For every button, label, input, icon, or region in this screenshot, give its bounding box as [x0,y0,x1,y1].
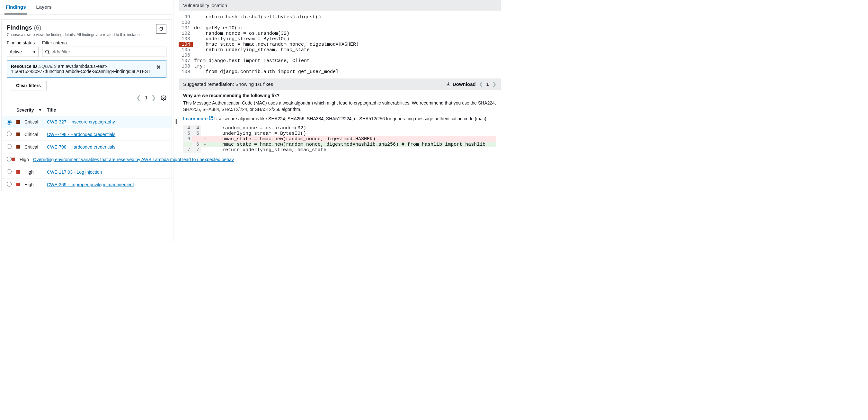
severity-label: Critical [24,132,38,137]
sort-icon: ▼ [38,108,42,112]
vulnerability-header: Vulnerability location [179,0,501,10]
severity-cell: Critical [17,132,43,137]
code-text: underlying_stream = BytesIO() [193,36,289,42]
code-line: 109 from django.contrib.auth import get_… [179,69,501,75]
finding-title-link[interactable]: CWE-269 - Improper privilege management [47,182,134,187]
svg-point-0 [45,50,49,53]
code-line: 99 return hashlib.sha1(self.bytes).diges… [179,15,501,20]
panel-title-text: Findings [7,24,32,31]
filter-label: Filter criteria [42,40,166,45]
finding-title-link[interactable]: CWE-798 - Hardcoded credentials [47,144,115,149]
severity-cell: High [11,157,29,162]
diff-line: 44 random_nonce = os.urandom(32) [183,125,496,131]
refresh-button[interactable] [156,24,166,34]
findings-panel: Findings (6) Choose a row to view the fi… [1,19,172,191]
svg-line-1 [48,53,50,54]
row-radio[interactable] [7,169,11,174]
chip-label: Resource ID [11,64,37,69]
diff-viewer: 44 random_nonce = os.urandom(32)55 under… [183,125,496,153]
diff-code: hmac_state = hmac.new(random_nonce, dige… [209,142,496,147]
diff-code: underlying_stream = BytesIO() [209,131,496,136]
severity-icon [17,170,20,174]
severity-icon [11,158,15,161]
row-radio[interactable] [7,120,11,125]
severity-label: High [20,157,29,162]
code-text: from django.contrib.auth import get_user… [193,69,339,75]
page-next-icon[interactable]: ❯ [151,94,156,101]
gear-icon [161,95,166,101]
table-row[interactable]: HighOverriding environment variables tha… [2,153,172,166]
line-number: 99 [179,15,193,20]
diff-line: 77 return underlying_stream, hmac_state [183,147,496,153]
filter-input[interactable] [52,49,163,54]
rem-prev-icon[interactable]: ❮ [479,81,483,87]
table-row[interactable]: HighCWE-269 - Improper privilege managem… [2,178,172,191]
learn-more-label: Learn more [183,116,208,121]
severity-icon [17,133,20,136]
svg-rect-4 [176,119,177,124]
page-prev-icon[interactable]: ❮ [136,94,141,101]
panel-title: Findings (6) [7,24,143,31]
search-icon [45,50,50,54]
code-text: try: [193,64,206,69]
status-select[interactable]: Active ▼ [7,47,39,57]
code-line: 108try: [179,64,501,69]
panel-count: (6) [34,24,41,31]
recommendation-explain: This Message Authentication Code (MAC) u… [183,100,496,113]
col-title[interactable]: Title [43,107,166,113]
line-number: 106 [179,53,193,58]
diff-line: 6- hmac_state = hmac.new(random_nonce, d… [183,136,496,142]
diff-old-lineno [183,142,192,147]
table-row[interactable]: CriticalCWE-798 - Hardcoded credentials [2,141,172,153]
table-row[interactable]: CriticalCWE-327 - Insecure cryptography [2,116,172,128]
code-viewer: 99 return hashlib.sha1(self.bytes).diges… [179,10,501,79]
diff-code: return underlying_stream, hmac_state [209,147,496,153]
filter-input-wrap[interactable] [42,47,166,57]
row-radio[interactable] [7,157,11,162]
diff-new-lineno: 6 [192,142,201,147]
diff-sign [201,131,209,136]
recommendation-body: Why are we recommending the following fi… [179,90,501,156]
line-number: 102 [179,31,193,36]
download-button[interactable]: Download [446,81,476,87]
diff-new-lineno [192,136,201,142]
diff-old-lineno: 7 [183,147,192,153]
severity-cell: Critical [17,144,43,149]
severity-cell: High [17,182,43,187]
chip-close-icon[interactable]: ✕ [155,64,162,71]
table-row[interactable]: CriticalCWE-798 - Hardcoded credentials [2,128,172,141]
code-text: random_nonce = os.urandom(32) [193,31,289,36]
panel-subtitle: Choose a row to view the finding details… [7,32,143,37]
line-number: 101 [179,25,193,31]
pane-resize-handle[interactable] [174,0,179,242]
col-severity[interactable]: Severity ▼ [17,107,43,113]
row-radio[interactable] [7,144,11,149]
tabs: Findings Layers [0,0,173,15]
tab-layers[interactable]: Layers [35,0,53,15]
severity-icon [17,120,20,124]
table-row[interactable]: HighCWE-117,93 - Log injection [2,166,172,178]
code-line: 107from django.test import TestCase, Cli… [179,58,501,64]
row-radio[interactable] [7,132,11,136]
row-radio[interactable] [7,182,11,187]
tab-findings[interactable]: Findings [4,0,27,15]
clear-filters-button[interactable]: Clear filters [10,81,47,90]
code-line: 100 [179,20,501,25]
chevron-down-icon: ▼ [33,50,36,54]
learn-more-link[interactable]: Learn more [183,116,214,121]
severity-label: Critical [24,144,38,149]
code-text: hmac_state = hmac.new(random_nonce, dige… [193,42,359,47]
finding-title-link[interactable]: CWE-327 - Insecure cryptography [47,119,115,124]
chip-op: EQUALS [38,64,57,69]
code-text: return underlying_stream, hmac_state [193,47,310,53]
finding-title-link[interactable]: CWE-798 - Hardcoded credentials [47,132,115,137]
finding-title-link[interactable]: CWE-117,93 - Log injection [47,169,102,175]
diff-old-lineno: 5 [183,131,192,136]
code-text: def getBytesIO(): [193,25,243,31]
code-line: 106 [179,53,501,58]
rem-next-icon[interactable]: ❯ [492,81,496,87]
code-text [193,53,194,58]
line-number: 104 [179,42,193,47]
diff-code: random_nonce = os.urandom(32) [209,125,496,131]
settings-button[interactable] [161,95,166,101]
